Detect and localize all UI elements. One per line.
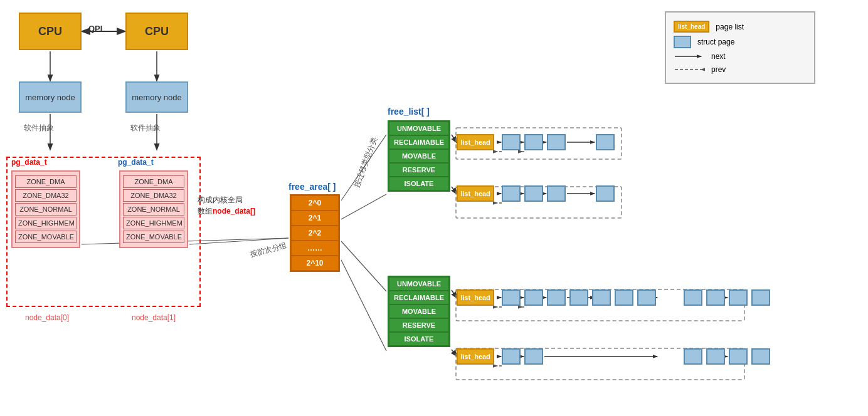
legend-list-head-icon: list_head [674, 21, 709, 33]
zone-item: ZONE_HIGHMEM [123, 217, 184, 229]
page-box [751, 289, 770, 306]
zone-set-2: ZONE_DMA ZONE_DMA32 ZONE_NORMAL ZONE_HIG… [119, 170, 188, 248]
svg-line-12 [452, 187, 457, 194]
abstract-label-2: 软件抽象 [130, 123, 161, 133]
legend-page-list-text: page list [716, 23, 744, 31]
free-list-item: RESERVE [389, 318, 449, 332]
legend-box: list_head page list struct page [665, 11, 815, 84]
mem1-box: memory node [19, 81, 82, 113]
page-box [524, 348, 543, 365]
mem2-label: memory node [132, 93, 181, 102]
svg-line-7 [341, 135, 386, 200]
list-head-3: list_head [457, 289, 494, 306]
diagram-container: 按阶次分组 按迁移类型分类 CPU CPU QPI memory node me… [0, 0, 868, 416]
page-box [502, 289, 521, 306]
page-box [615, 289, 633, 306]
node-data-1-label: node_data[1] [132, 313, 176, 322]
qpi-label: QPI [88, 24, 102, 33]
cpu2-box: CPU [125, 13, 188, 50]
cpu1-label: CPU [38, 25, 62, 38]
list-head-4: list_head [457, 348, 494, 365]
page-box [684, 348, 702, 365]
free-list-2: UNMOVABLE RECLAIMABLE MOVABLE RESERVE IS… [388, 276, 450, 347]
zone-item: ZONE_NORMAL [15, 203, 77, 216]
free-list-item: MOVABLE [389, 304, 449, 318]
page-box [751, 348, 770, 365]
page-box [596, 134, 615, 150]
page-box [592, 289, 611, 306]
page-box [502, 348, 521, 365]
cpu1-box: CPU [19, 13, 82, 50]
free-list-1: UNMOVABLE RECLAIMABLE MOVABLE RESERVE IS… [388, 120, 450, 192]
zone-item: ZONE_DMA [123, 175, 184, 188]
page-box [684, 289, 702, 306]
page-box [596, 185, 615, 202]
pgdata2-label: pg_data_t [118, 158, 154, 167]
page-box [524, 289, 543, 306]
legend-prev-text: prev [711, 65, 726, 74]
free-list-item: ISOLATE [389, 332, 449, 346]
svg-text:按阶次分组: 按阶次分组 [249, 241, 288, 259]
free-list-item: RECLAIMABLE [389, 291, 449, 304]
svg-line-6 [189, 238, 288, 244]
legend-next-text: next [711, 52, 726, 61]
legend-prev-icon [674, 65, 705, 75]
node-data-0-label: node_data[0] [25, 313, 69, 322]
page-box [502, 134, 521, 150]
zone-item: ZONE_DMA32 [123, 189, 184, 202]
svg-line-27 [452, 350, 457, 356]
zone-item: ZONE_DMA32 [15, 189, 77, 202]
free-list-item: UNMOVABLE [389, 122, 449, 135]
legend-struct-page-text: struct page [697, 38, 734, 46]
legend-row-next: next [674, 51, 807, 61]
free-area-container: 2^0 2^1 2^2 …… 2^10 [290, 194, 340, 272]
svg-line-26 [452, 290, 457, 298]
free-list-item: ISOLATE [389, 177, 449, 190]
svg-line-10 [341, 260, 386, 351]
free-area-item: 2^1 [291, 211, 339, 226]
cpu2-label: CPU [145, 25, 169, 38]
page-box [547, 185, 566, 202]
page-box [569, 289, 588, 306]
pgdata1-label: pg_data_t [11, 158, 47, 167]
free-list-item: UNMOVABLE [389, 277, 449, 291]
svg-line-11 [452, 135, 457, 142]
svg-text:按迁移类型分类: 按迁移类型分类 [352, 136, 379, 189]
abstract-label-1: 软件抽象 [24, 123, 54, 133]
svg-line-8 [341, 194, 386, 219]
list-head-1: list_head [457, 134, 494, 150]
page-box [637, 289, 656, 306]
mem2-box: memory node [125, 81, 188, 113]
legend-struct-page-icon [674, 36, 691, 48]
zone-item: ZONE_NORMAL [123, 203, 184, 216]
free-list-label: free_list[ ] [388, 107, 430, 117]
free-list-item: RESERVE [389, 163, 449, 177]
legend-row-structpage: struct page [674, 36, 807, 48]
zone-set-1: ZONE_DMA ZONE_DMA32 ZONE_NORMAL ZONE_HIG… [11, 170, 80, 248]
free-area-label: free_area[ ] [288, 182, 336, 192]
page-box [729, 348, 748, 365]
zone-item: ZONE_DMA [15, 175, 77, 188]
free-list-item: MOVABLE [389, 149, 449, 163]
svg-line-9 [341, 241, 386, 291]
page-box [706, 289, 725, 306]
zone-item: ZONE_MOVABLE [123, 231, 184, 243]
free-area-item: 2^10 [291, 256, 339, 271]
free-area-item: 2^2 [291, 226, 339, 241]
free-list-item: RECLAIMABLE [389, 135, 449, 149]
free-area-item: 2^0 [291, 195, 339, 211]
legend-page-box [674, 36, 691, 48]
zone-item: ZONE_HIGHMEM [15, 217, 77, 229]
legend-next-icon [674, 51, 705, 61]
page-box [547, 289, 566, 306]
page-box [547, 134, 566, 150]
page-box [524, 134, 543, 150]
legend-row-pagelist: list_head page list [674, 21, 807, 33]
page-box [502, 185, 521, 202]
global-label: 构成内核全局数组node_data[] [198, 194, 255, 217]
list-head-2: list_head [457, 185, 494, 202]
zone-item: ZONE_MOVABLE [15, 231, 77, 243]
page-box [524, 185, 543, 202]
mem1-label: memory node [25, 93, 75, 102]
page-box [729, 289, 748, 306]
